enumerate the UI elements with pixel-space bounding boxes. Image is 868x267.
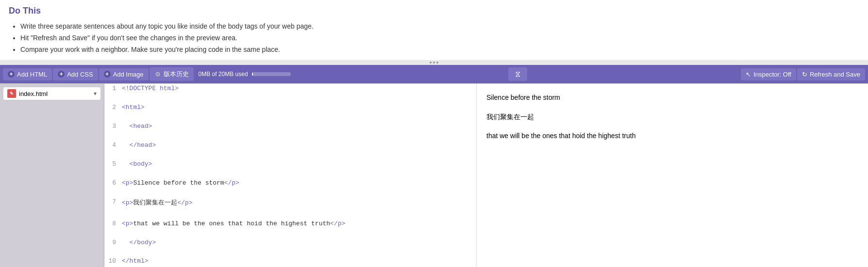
refresh-save-button[interactable]: ↻ Refresh and Save [797,68,865,80]
storage-bar-fill [252,72,253,76]
table-row: 1<!DOCTYPE html> [104,84,476,103]
table-row: 6<p>Silence before the storm</p> [104,178,476,197]
link-button[interactable]: ⧖ [508,67,527,81]
html-text: that we will be the ones that hoid the h… [133,220,330,227]
line-number: 9 [104,238,120,257]
table-row: 7<p>我们聚集在一起</p> [104,197,476,219]
html-tag: <html> [122,104,145,111]
storage-bar [252,72,291,76]
line-number: 1 [104,84,120,103]
plus-icon-css: + [58,71,65,78]
html-tag: </p> [330,220,345,227]
instruction-item-3: Compare your work with a neighbor. Make … [20,44,859,56]
link-icon: ⧖ [515,70,520,78]
html-tag: <p> [122,199,133,206]
plus-icon: + [8,71,15,78]
line-content: </html> [120,256,476,267]
line-content: </body> [120,238,476,257]
history-label: 版本历史 [164,70,189,79]
add-image-button[interactable]: + Add Image [99,68,149,80]
line-number: 2 [104,103,120,122]
clock-icon: ⊙ [154,71,161,78]
html-tag: <body> [122,160,152,168]
html-tag: <p> [122,220,133,227]
file-name: index.html [19,90,91,97]
add-html-label: Add HTML [17,71,47,78]
html-text: 我们聚集在一起 [133,199,177,206]
line-content: <html> [120,103,476,122]
preview-pane: Silence before the storm我们聚集在一起that we w… [477,84,868,267]
drag-handle[interactable] [0,60,868,65]
html-tag: <p> [122,179,133,187]
instructions-panel: Do This Write three separate sentences a… [0,0,868,60]
line-content: <head> [120,122,476,141]
code-lines: 1<!DOCTYPE html>2<html>3 <head>4 </head>… [104,84,476,267]
table-row: 9 </body> [104,238,476,257]
toolbar: + Add HTML + Add CSS + Add Image ⊙ 版本历史 … [0,65,868,83]
editor-area: ✎ index.html ▾ 1<!DOCTYPE html>2<html>3 … [0,83,868,267]
instruction-item-2: Hit "Refresh and Save" if you don't see … [20,32,859,44]
add-css-button[interactable]: + Add CSS [53,68,98,80]
table-row: 10</html> [104,256,476,267]
line-content: <p>我们聚集在一起</p> [120,197,476,219]
instructions-list: Write three separate sentences about any… [9,21,859,55]
instructions-title: Do This [9,6,859,16]
line-number: 4 [104,141,120,159]
preview-paragraph: that we will be the ones that hoid the h… [486,130,858,142]
add-image-label: Add Image [113,71,144,78]
line-number: 3 [104,122,120,141]
html-tag: </body> [122,239,156,246]
file-item[interactable]: ✎ index.html ▾ [3,87,101,100]
html-tag: </p> [224,179,239,187]
inspector-label: Inspector: Off [753,71,791,78]
add-html-button[interactable]: + Add HTML [3,68,52,80]
line-number: 6 [104,178,120,197]
line-content: <p>Silence before the storm</p> [120,178,476,197]
line-content: <p>that we will be the ones that hoid th… [120,219,476,238]
table-row: 4 </head> [104,141,476,159]
cursor-icon: ↖ [746,71,751,78]
line-content: </head> [120,141,476,159]
html-tag: </html> [122,257,149,265]
storage-area: 0MB of 20MB used [195,71,295,78]
history-button[interactable]: ⊙ 版本历史 [150,67,194,81]
table-row: 5 <body> [104,159,476,178]
drag-handle-dots [430,62,438,63]
preview-paragraph: 我们聚集在一起 [486,111,858,123]
plus-icon-img: + [104,71,111,78]
chevron-down-icon: ▾ [94,90,97,97]
html-tag: </head> [122,141,156,149]
html-tag: </p> [177,199,192,206]
table-row: 8<p>that we will be the ones that hoid t… [104,219,476,238]
refresh-icon: ↻ [802,71,807,78]
code-editor[interactable]: 1<!DOCTYPE html>2<html>3 <head>4 </head>… [104,84,477,267]
table-row: 3 <head> [104,122,476,141]
line-content: <!DOCTYPE html> [120,84,476,103]
instruction-item-1: Write three separate sentences about any… [20,21,859,32]
add-css-label: Add CSS [67,71,93,78]
file-edit-icon: ✎ [7,89,16,98]
line-number: 7 [104,197,120,219]
inspector-button[interactable]: ↖ Inspector: Off [741,68,796,80]
line-number: 8 [104,219,120,238]
storage-label: 0MB of 20MB used [199,71,248,78]
refresh-label: Refresh and Save [810,71,860,78]
html-tag: <!DOCTYPE html> [122,85,179,92]
preview-paragraph: Silence before the storm [486,92,858,104]
line-number: 10 [104,256,120,267]
table-row: 2<html> [104,103,476,122]
line-number: 5 [104,159,120,178]
file-sidebar: ✎ index.html ▾ [0,84,104,267]
html-text: Silence before the storm [133,179,224,187]
html-tag: <head> [122,123,152,130]
line-content: <body> [120,159,476,178]
